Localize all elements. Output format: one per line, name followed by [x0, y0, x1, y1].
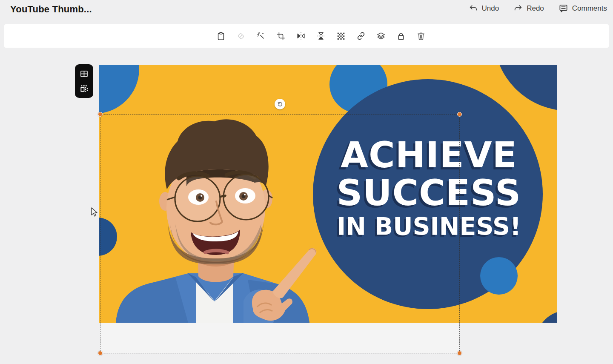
headline-line3: IN BUSINESS!: [309, 213, 549, 240]
redo-button[interactable]: Redo: [513, 4, 544, 13]
comments-label: Comments: [572, 4, 607, 13]
rotate-handle[interactable]: [275, 99, 285, 109]
circle-top-right: [494, 65, 557, 111]
layout-blocks-icon[interactable]: [79, 83, 89, 94]
resize-handle-top-left[interactable]: [98, 112, 103, 117]
mouse-cursor: [91, 207, 99, 219]
circle-bottom-blue: [480, 257, 518, 295]
redo-label: Redo: [527, 4, 544, 13]
resize-handle-bottom-left[interactable]: [98, 351, 103, 355]
grid-view-icon[interactable]: [79, 69, 89, 79]
circle-top-left: [99, 65, 139, 114]
flip-horizontal-icon[interactable]: [296, 32, 306, 41]
resize-handle-top-right[interactable]: [457, 112, 462, 117]
link-icon[interactable]: [356, 32, 366, 41]
headline-text[interactable]: ACHIEVE SUCCESS IN BUSINESS!: [309, 136, 549, 240]
circle-bottom-right: [536, 311, 557, 323]
design-canvas[interactable]: ACHIEVE SUCCESS IN BUSINESS!: [99, 65, 557, 323]
selected-image-offcanvas: [100, 323, 460, 353]
eraser-icon: [236, 32, 246, 41]
flip-vertical-icon[interactable]: [316, 32, 326, 41]
comments-icon: [559, 3, 568, 13]
man-photo[interactable]: [103, 118, 329, 323]
undo-label: Undo: [482, 4, 499, 13]
paste-icon[interactable]: [216, 32, 226, 41]
lock-icon[interactable]: [396, 32, 406, 41]
delete-icon[interactable]: [416, 32, 426, 41]
undo-button[interactable]: Undo: [469, 4, 499, 13]
resize-handle-bottom-right[interactable]: [457, 351, 462, 355]
header-actions: Undo Redo Comments: [469, 3, 607, 13]
retouch-magic-wand-icon[interactable]: [256, 32, 266, 41]
document-title[interactable]: YouTube Thumb...: [10, 4, 92, 15]
context-toolbar: [4, 24, 609, 48]
redo-icon: [513, 4, 523, 13]
headline-line2: SUCCESS: [309, 174, 549, 212]
transparency-icon[interactable]: [336, 32, 346, 41]
layers-icon[interactable]: [376, 32, 386, 41]
grid-tools-panel: [75, 64, 93, 98]
design-editor: YouTube Thumb... Undo Redo: [0, 0, 613, 364]
headline-line1: ACHIEVE: [309, 136, 549, 174]
crop-icon[interactable]: [276, 32, 286, 41]
comments-button[interactable]: Comments: [559, 3, 607, 13]
top-header: YouTube Thumb... Undo Redo: [0, 0, 613, 21]
undo-icon: [469, 4, 478, 13]
